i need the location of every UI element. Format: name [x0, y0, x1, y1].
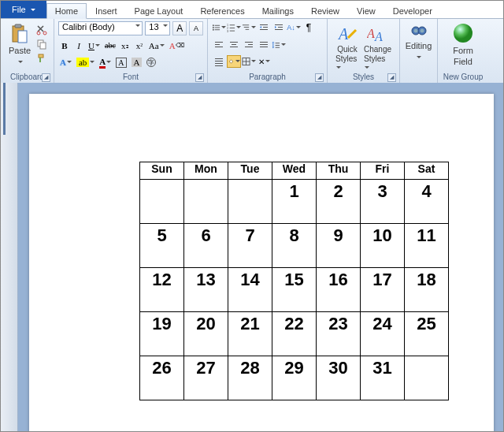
tab-page-layout[interactable]: Page Layout: [126, 3, 192, 18]
cal-cell[interactable]: 13: [184, 268, 228, 312]
cal-head[interactable]: Fri: [361, 162, 405, 180]
cal-cell[interactable]: 9: [317, 224, 361, 268]
enclose-button[interactable]: 字: [145, 55, 158, 69]
cal-cell[interactable]: 15: [272, 268, 317, 312]
char-shading-button[interactable]: A: [130, 55, 144, 69]
styles-launcher[interactable]: ◢: [387, 73, 396, 82]
font-name-select[interactable]: Calibri (Body): [58, 21, 143, 35]
cut-button[interactable]: [35, 24, 48, 36]
copy-button[interactable]: [35, 38, 48, 50]
cal-head[interactable]: Sat: [405, 162, 449, 180]
align-left-button[interactable]: [212, 39, 226, 51]
paragraph-launcher[interactable]: ◢: [315, 73, 324, 82]
char-border-button[interactable]: A: [114, 55, 128, 69]
distributed-button[interactable]: [212, 55, 226, 68]
borders-button[interactable]: [242, 55, 256, 68]
align-center-button[interactable]: [227, 39, 241, 51]
highlight-button[interactable]: ab: [75, 55, 96, 69]
tab-view[interactable]: View: [348, 3, 384, 18]
cal-head[interactable]: Sun: [140, 162, 184, 180]
shrink-font-button[interactable]: A: [189, 21, 203, 35]
justify-button[interactable]: [257, 39, 271, 51]
cal-cell[interactable]: 17: [361, 268, 405, 312]
quick-styles-button[interactable]: A Quick Styles: [335, 24, 359, 72]
font-size-select[interactable]: 13: [145, 21, 170, 35]
text-effects-button[interactable]: A: [58, 55, 73, 69]
tab-file[interactable]: File: [1, 1, 46, 18]
cal-cell[interactable]: 21: [228, 312, 272, 356]
cal-cell[interactable]: 28: [228, 356, 272, 400]
decrease-indent-button[interactable]: [257, 21, 271, 34]
strike-button[interactable]: abc: [103, 39, 117, 53]
bold-button[interactable]: B: [58, 39, 71, 53]
cal-cell[interactable]: 24: [361, 312, 405, 356]
form-field-button[interactable]: Form Field: [441, 20, 485, 68]
increase-indent-button[interactable]: [272, 21, 286, 34]
cal-cell[interactable]: 18: [405, 268, 449, 312]
cal-cell[interactable]: 29: [272, 356, 317, 400]
multilevel-button[interactable]: [242, 21, 256, 34]
cal-cell[interactable]: 16: [317, 268, 361, 312]
font-launcher[interactable]: ◢: [195, 73, 204, 82]
cal-cell[interactable]: 6: [184, 224, 228, 268]
cal-cell[interactable]: 11: [405, 224, 449, 268]
tab-mailings[interactable]: Mailings: [254, 3, 302, 18]
cal-cell[interactable]: 23: [317, 312, 361, 356]
cal-head[interactable]: Mon: [184, 162, 228, 180]
cal-cell[interactable]: 30: [317, 356, 361, 400]
font-color-button[interactable]: A: [98, 55, 113, 69]
cal-cell[interactable]: [405, 356, 449, 400]
cal-cell[interactable]: 27: [184, 356, 228, 400]
tab-home[interactable]: Home: [46, 3, 87, 19]
line-spacing-button[interactable]: [272, 39, 286, 51]
cal-cell[interactable]: 22: [272, 312, 317, 356]
cal-cell[interactable]: 1: [272, 180, 317, 224]
calendar-table[interactable]: Sun Mon Tue Wed Thu Fri Sat 123456789101…: [139, 162, 449, 400]
cal-cell[interactable]: 31: [361, 356, 405, 400]
numbering-button[interactable]: 123: [227, 21, 241, 34]
bullets-button[interactable]: [212, 21, 226, 34]
subscript-button[interactable]: x₂: [119, 39, 132, 53]
cal-head[interactable]: Tue: [228, 162, 272, 180]
sort-button[interactable]: A↓: [287, 21, 301, 34]
tab-review[interactable]: Review: [302, 3, 348, 18]
cal-cell[interactable]: 7: [228, 224, 272, 268]
align-right-button[interactable]: [242, 39, 256, 51]
cal-cell[interactable]: 3: [361, 180, 405, 224]
cal-head[interactable]: Thu: [317, 162, 361, 180]
change-case-button[interactable]: Aa: [147, 39, 166, 53]
superscript-button[interactable]: x²: [133, 39, 146, 53]
asian-layout-button[interactable]: ✕: [257, 55, 271, 68]
shading-button[interactable]: [227, 55, 241, 68]
paste-button[interactable]: Paste: [6, 22, 34, 68]
cal-cell[interactable]: 25: [405, 312, 449, 356]
clear-format-button[interactable]: A⌫: [168, 39, 186, 53]
italic-button[interactable]: I: [72, 39, 85, 53]
cal-cell[interactable]: 10: [361, 224, 405, 268]
cal-cell[interactable]: 26: [140, 356, 184, 400]
show-marks-button[interactable]: ¶: [302, 21, 316, 34]
cal-cell[interactable]: [228, 180, 272, 224]
tab-references[interactable]: References: [191, 3, 253, 18]
tab-insert[interactable]: Insert: [87, 3, 126, 18]
page[interactable]: Sun Mon Tue Wed Thu Fri Sat 123456789101…: [29, 94, 494, 431]
cal-cell[interactable]: 20: [184, 312, 228, 356]
cal-cell[interactable]: [184, 180, 228, 224]
cal-cell[interactable]: 4: [405, 180, 449, 224]
clipboard-launcher[interactable]: ◢: [42, 73, 50, 82]
cal-cell[interactable]: 19: [140, 312, 184, 356]
cal-head[interactable]: Wed: [272, 162, 317, 180]
tab-developer[interactable]: Developer: [384, 3, 441, 18]
grow-font-button[interactable]: A: [172, 21, 187, 35]
cal-cell[interactable]: 8: [272, 224, 317, 268]
format-painter-button[interactable]: [35, 52, 48, 65]
cal-cell[interactable]: 14: [228, 268, 272, 312]
cal-cell[interactable]: [140, 180, 184, 224]
change-styles-button[interactable]: AA Change Styles: [364, 24, 391, 72]
vertical-ruler[interactable]: [1, 83, 18, 431]
cal-cell[interactable]: 5: [140, 224, 184, 268]
cal-cell[interactable]: 12: [140, 268, 184, 312]
underline-button[interactable]: U: [87, 39, 102, 53]
editing-button[interactable]: Editing: [403, 20, 434, 63]
cal-cell[interactable]: 2: [317, 180, 361, 224]
